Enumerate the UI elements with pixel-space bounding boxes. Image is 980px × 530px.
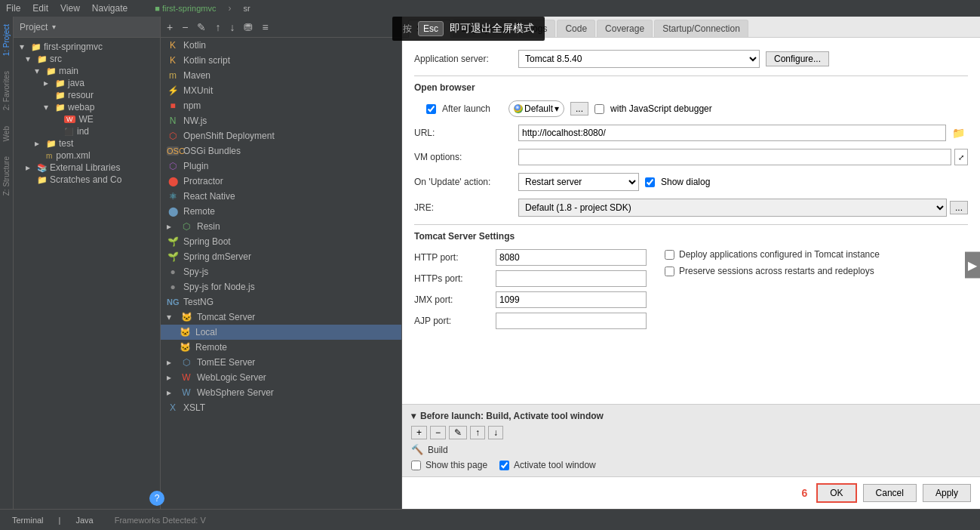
tree-expand-root[interactable] bbox=[20, 42, 29, 52]
show-page-checkbox[interactable] bbox=[411, 461, 421, 470]
tree-item-java[interactable]: 📁 java bbox=[14, 77, 160, 89]
config-item-osgi[interactable]: OSC OSGi Bundles bbox=[161, 143, 401, 159]
config-item-plugin[interactable]: ⬡ Plugin bbox=[161, 159, 401, 174]
config-item-openshift[interactable]: ⬡ OpenShift Deployment bbox=[161, 128, 401, 143]
tree-item-ext-libs[interactable]: 📚 External Libraries bbox=[14, 162, 160, 174]
jmx-port-input[interactable] bbox=[496, 291, 647, 308]
config-item-npm[interactable]: ■ npm bbox=[161, 98, 401, 113]
tab-coverage[interactable]: Coverage bbox=[597, 20, 653, 37]
menu-file[interactable]: File bbox=[6, 3, 20, 14]
https-port-input[interactable] bbox=[496, 270, 647, 287]
config-down-btn[interactable]: ↓ bbox=[226, 20, 238, 35]
vm-options-input[interactable] bbox=[518, 149, 951, 165]
ajp-port-input[interactable] bbox=[496, 313, 647, 329]
browser-dotdot-btn[interactable]: ... bbox=[570, 102, 588, 116]
jre-select[interactable]: Default (1.8 - project SDK) bbox=[518, 199, 947, 217]
bl-remove-btn[interactable]: − bbox=[430, 426, 446, 439]
side-tab-web[interactable]: Web bbox=[1, 122, 12, 146]
bottom-tab-java[interactable]: Java bbox=[69, 514, 99, 526]
config-add-btn[interactable]: + bbox=[164, 20, 176, 35]
tree-expand-main[interactable] bbox=[35, 66, 44, 76]
help-icon[interactable]: ? bbox=[149, 491, 164, 506]
config-item-kotlin-script[interactable]: K Kotlin script bbox=[161, 53, 401, 68]
tree-expand-src[interactable] bbox=[26, 54, 35, 64]
browser-select-btn[interactable]: Default ▾ bbox=[508, 100, 564, 117]
tree-item-resour[interactable]: 📁 resour bbox=[14, 89, 160, 101]
side-tab-favorites[interactable]: 2: Favorites bbox=[1, 66, 12, 115]
url-input[interactable] bbox=[518, 125, 946, 141]
config-remove-btn[interactable]: − bbox=[179, 20, 191, 35]
vm-expand-btn[interactable]: ⤢ bbox=[954, 149, 968, 165]
ok-button[interactable]: OK bbox=[816, 483, 856, 503]
tab-deployment[interactable]: Deployment bbox=[453, 20, 518, 37]
tree-item-ind[interactable]: ⬛ ind bbox=[14, 125, 160, 137]
config-up-btn[interactable]: ↑ bbox=[212, 20, 223, 35]
websphere-arrow[interactable] bbox=[167, 387, 176, 398]
config-item-protractor[interactable]: ⬤ Protractor bbox=[161, 174, 401, 189]
tree-item-scratches[interactable]: 📁 Scratches and Co bbox=[14, 174, 160, 186]
tree-item-root[interactable]: 📁 first-springmvc bbox=[14, 41, 160, 53]
bottom-tab-terminal[interactable]: Terminal bbox=[6, 514, 50, 526]
weblogic-arrow[interactable] bbox=[167, 372, 176, 383]
deploy-tomcat-checkbox[interactable] bbox=[665, 250, 674, 260]
after-launch-checkbox[interactable] bbox=[426, 104, 436, 114]
tree-item-main[interactable]: 📁 main bbox=[14, 65, 160, 77]
config-item-react[interactable]: ⚛ React Native bbox=[161, 189, 401, 204]
config-item-nwjs[interactable]: N NW.js bbox=[161, 113, 401, 128]
tree-expand-test[interactable] bbox=[35, 138, 44, 149]
menu-view[interactable]: View bbox=[60, 3, 80, 14]
project-dropdown-arrow[interactable]: ▾ bbox=[52, 23, 56, 31]
activate-window-checkbox[interactable] bbox=[499, 461, 509, 470]
tab-startup[interactable]: Startup/Connection bbox=[654, 20, 748, 37]
preserve-sessions-checkbox[interactable] bbox=[665, 267, 674, 276]
jre-dotdot-btn[interactable]: ... bbox=[950, 201, 968, 214]
tree-item-src[interactable]: 📁 src bbox=[14, 53, 160, 65]
config-item-spyjs[interactable]: ● Spy-js bbox=[161, 264, 401, 279]
tree-expand-ext[interactable] bbox=[26, 162, 35, 173]
bl-add-btn[interactable]: + bbox=[411, 426, 427, 439]
before-launch-arrow[interactable]: ▾ bbox=[411, 411, 416, 421]
config-item-maven[interactable]: m Maven bbox=[161, 68, 401, 83]
config-item-resin[interactable]: ⬡ Resin bbox=[161, 219, 401, 234]
configure-button[interactable]: Configure... bbox=[766, 51, 829, 66]
config-item-tomcat-remote[interactable]: 🐱 Remote bbox=[161, 340, 401, 355]
http-port-input[interactable] bbox=[496, 249, 647, 266]
menu-navigate[interactable]: Navigate bbox=[92, 3, 127, 14]
config-item-xslt[interactable]: X XSLT bbox=[161, 400, 401, 415]
config-item-weblogic[interactable]: W WebLogic Server bbox=[161, 370, 401, 385]
config-item-mxunit[interactable]: ⚡ MXUnit bbox=[161, 83, 401, 98]
config-item-spyjs-node[interactable]: ● Spy-js for Node.js bbox=[161, 279, 401, 294]
config-menu-btn[interactable]: ≡ bbox=[259, 20, 271, 35]
on-update-select[interactable]: Restart server bbox=[518, 173, 639, 191]
url-folder-btn[interactable]: 📁 bbox=[949, 127, 968, 139]
config-item-testng[interactable]: NG TestNG bbox=[161, 294, 401, 310]
tree-expand-java[interactable] bbox=[44, 78, 53, 88]
config-item-spring-dm[interactable]: 🌱 Spring dmServer bbox=[161, 249, 401, 264]
tree-item-test[interactable]: 📁 test bbox=[14, 137, 160, 149]
cancel-button[interactable]: Cancel bbox=[863, 484, 917, 502]
config-item-tomee[interactable]: ⬡ TomEE Server bbox=[161, 355, 401, 370]
config-item-websphere[interactable]: W WebSphere Server bbox=[161, 385, 401, 400]
apply-button[interactable]: Apply bbox=[923, 484, 971, 502]
bl-edit-btn[interactable]: ✎ bbox=[449, 426, 467, 439]
config-item-spring[interactable]: 🌱 Spring Boot bbox=[161, 234, 401, 249]
tomee-arrow[interactable] bbox=[167, 357, 176, 368]
tab-code[interactable]: Code bbox=[557, 20, 595, 37]
config-item-tomcat-local[interactable]: 🐱 Local bbox=[161, 325, 401, 340]
config-item-tomcat[interactable]: 🐱 Tomcat Server bbox=[161, 310, 401, 325]
show-dialog-checkbox[interactable] bbox=[645, 177, 655, 187]
bl-up-btn[interactable]: ↑ bbox=[470, 426, 485, 439]
right-arrow-btn[interactable]: ▶ bbox=[965, 252, 980, 279]
tree-item-we[interactable]: W WE bbox=[14, 113, 160, 125]
tree-expand-webap[interactable] bbox=[44, 102, 53, 112]
side-tab-structure[interactable]: Z: Structure bbox=[1, 152, 12, 200]
js-debugger-checkbox[interactable] bbox=[594, 104, 604, 114]
config-edit-btn[interactable]: ✎ bbox=[194, 20, 209, 35]
resin-arrow[interactable] bbox=[167, 221, 176, 232]
menu-edit[interactable]: Edit bbox=[32, 3, 48, 14]
side-tab-project[interactable]: 1: Project bbox=[1, 20, 12, 60]
tomcat-arrow[interactable] bbox=[167, 312, 176, 322]
config-item-kotlin[interactable]: K Kotlin bbox=[161, 38, 401, 53]
tree-item-pom[interactable]: m pom.xml bbox=[14, 149, 160, 162]
app-server-select[interactable]: Tomcat 8.5.40 bbox=[518, 50, 760, 68]
